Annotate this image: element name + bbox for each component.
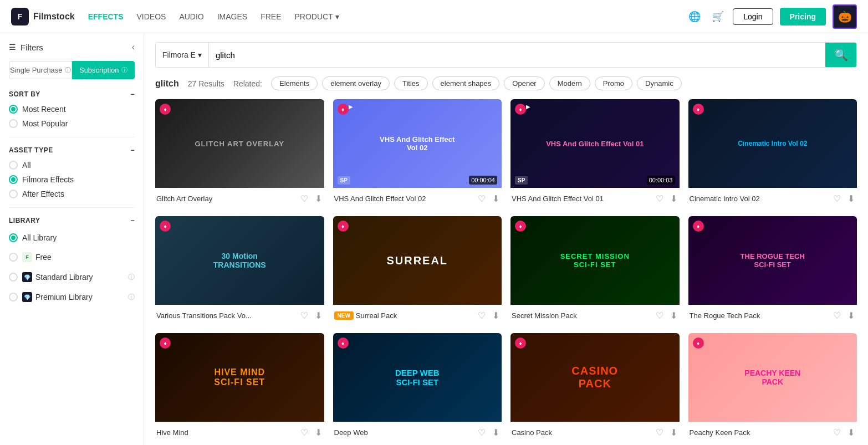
card-surreal[interactable]: SURREAL ♦ NEW Surreal Pack ♡ ⬇ [333, 216, 502, 324]
card-thumb: VHS And Glitch Effect Vol 02 ♦ ▶ SP 00:0… [333, 99, 502, 188]
card-peachy-keen[interactable]: PEACHY KEEN PACK ♦ Peachy Keen Pack ♡ ⬇ [688, 333, 857, 441]
download-button[interactable]: ⬇ [669, 192, 678, 205]
card-vhs-vol01[interactable]: VHS And Glitch Effect Vol 01 ♦ ▶ SP 00:0… [510, 99, 680, 207]
card-glitch-art-overlay[interactable]: GLITCH ART OVERLAY ♦ Glitch Art Overlay … [155, 99, 324, 207]
chevron-down-icon: ▾ [335, 12, 339, 21]
cart-button[interactable]: 🛒 [709, 8, 726, 25]
sort-popular[interactable]: Most Popular [9, 119, 135, 128]
card-deep-web[interactable]: DEEP WEB SCI-FI SET ♦ Deep Web ♡ ⬇ [333, 333, 502, 441]
card-rogue-tech[interactable]: THE ROGUE TECH SCI-FI SET ♦ The Rogue Te… [688, 216, 857, 324]
halloween-button[interactable]: 🎃 [833, 4, 857, 29]
like-button[interactable]: ♡ [655, 426, 665, 439]
card-transitions[interactable]: 30 Motion TRANSITIONS ♦ Various Transiti… [155, 216, 324, 324]
tab-subscription[interactable]: Subscription ⓘ [72, 61, 135, 79]
library-premium-radio[interactable] [9, 293, 18, 301]
card-vhs-vol02[interactable]: VHS And Glitch Effect Vol 02 ♦ ▶ SP 00:0… [333, 99, 502, 207]
asset-all-radio[interactable] [9, 161, 18, 170]
search-input[interactable] [209, 43, 825, 67]
tag-elements[interactable]: Elements [271, 76, 318, 90]
nav-videos[interactable]: VIDEOS [136, 12, 166, 21]
card-title: VHS And Glitch Effect Vol 01 [512, 195, 655, 203]
like-button[interactable]: ♡ [655, 192, 665, 205]
card-cinematic-intro[interactable]: Cinematic Intro Vol 02 ♦ Cinematic Intro… [688, 99, 857, 207]
card-title: Cinematic Intro Vol 02 [690, 195, 833, 203]
nav-images[interactable]: IMAGES [217, 12, 247, 21]
tab-single-purchase[interactable]: Single Purchase ⓘ [9, 61, 72, 79]
like-button[interactable]: ♡ [299, 426, 309, 439]
library-all-radio[interactable] [9, 233, 18, 242]
download-button[interactable]: ⬇ [314, 192, 323, 205]
tag-element-shapes[interactable]: element shapes [432, 76, 500, 90]
globe-button[interactable]: 🌐 [686, 8, 703, 25]
sort-recent[interactable]: Most Recent [9, 105, 135, 114]
library-standard[interactable]: 💎 Standard Library ⓘ [9, 270, 135, 284]
download-button[interactable]: ⬇ [846, 192, 856, 205]
tag-titles[interactable]: Titles [394, 76, 428, 90]
like-button[interactable]: ♡ [477, 426, 487, 439]
card-secret-mission[interactable]: SECRET MISSION SCI-FI SET ♦ Secret Missi… [510, 216, 680, 324]
asset-filmora[interactable]: Filmora Effects [9, 175, 135, 184]
premium-badge-icon: ♦ [693, 221, 704, 232]
nav-audio[interactable]: AUDIO [179, 12, 203, 21]
asset-filmora-radio[interactable] [9, 175, 18, 184]
library-premium[interactable]: 💎 Premium Library ⓘ [9, 290, 135, 304]
download-button[interactable]: ⬇ [491, 309, 501, 322]
library-options: All Library F Free 💎 Standard Library [9, 231, 135, 304]
thumb-content: THE ROGUE TECH SCI-FI SET [688, 216, 857, 305]
download-button[interactable]: ⬇ [314, 309, 323, 322]
download-button[interactable]: ⬇ [846, 309, 856, 322]
card-info: Secret Mission Pack ♡ ⬇ [510, 305, 680, 324]
library-free[interactable]: F Free [9, 250, 135, 264]
download-button[interactable]: ⬇ [491, 192, 501, 205]
download-button[interactable]: ⬇ [669, 309, 678, 322]
tag-opener[interactable]: Opener [504, 76, 544, 90]
like-button[interactable]: ♡ [832, 309, 842, 322]
nav-product[interactable]: PRODUCT ▾ [295, 12, 339, 21]
asset-aftereffects[interactable]: After Effects [9, 190, 135, 198]
brand-logo[interactable]: F Filmstock [11, 8, 75, 25]
download-button[interactable]: ⬇ [314, 426, 323, 439]
card-thumb: THE ROGUE TECH SCI-FI SET ♦ [688, 216, 857, 305]
download-button[interactable]: ⬇ [491, 426, 501, 439]
like-button[interactable]: ♡ [299, 309, 309, 322]
library-all[interactable]: All Library [9, 231, 135, 244]
like-button[interactable]: ♡ [299, 192, 309, 205]
tag-promo[interactable]: Promo [595, 76, 632, 90]
sidebar-collapse-button[interactable]: ‹ [132, 42, 135, 52]
thumb-content: GLITCH ART OVERLAY [155, 99, 324, 188]
library-free-radio[interactable] [9, 253, 18, 262]
card-title: Glitch Art Overlay [156, 195, 299, 203]
sort-by-collapse-icon: − [130, 90, 135, 98]
card-info: NEW Surreal Pack ♡ ⬇ [333, 305, 502, 324]
thumb-content: Cinematic Intro Vol 02 [688, 99, 857, 188]
download-button[interactable]: ⬇ [846, 426, 856, 439]
thumb-content: CASINO PACK [510, 333, 680, 422]
asset-aftereffects-radio[interactable] [9, 190, 18, 198]
like-button[interactable]: ♡ [477, 192, 487, 205]
like-button[interactable]: ♡ [477, 309, 487, 322]
like-button[interactable]: ♡ [832, 426, 842, 439]
sort-popular-radio[interactable] [9, 119, 18, 128]
nav-effects[interactable]: EFFECTS [88, 12, 124, 21]
standard-badge: 💎 [22, 272, 32, 282]
login-button[interactable]: Login [733, 8, 773, 25]
tag-dynamic[interactable]: Dynamic [637, 76, 682, 90]
standard-info-icon: ⓘ [128, 273, 135, 282]
like-button[interactable]: ♡ [655, 309, 665, 322]
thumb-content: HIVE MIND SCI-FI SET [155, 333, 324, 422]
library-standard-radio[interactable] [9, 273, 18, 282]
card-casino[interactable]: CASINO PACK ♦ Casino Pack ♡ ⬇ [510, 333, 680, 441]
purchase-tabs: Single Purchase ⓘ Subscription ⓘ [9, 61, 135, 79]
download-button[interactable]: ⬇ [669, 426, 678, 439]
pricing-button[interactable]: Pricing [780, 8, 826, 25]
premium-badge-icon: ♦ [160, 337, 171, 349]
nav-free[interactable]: FREE [261, 12, 281, 21]
asset-all[interactable]: All [9, 161, 135, 170]
tag-element-overlay[interactable]: element overlay [322, 76, 390, 90]
tag-modern[interactable]: Modern [549, 76, 590, 90]
platform-selector[interactable]: Filmora E ▾ [156, 43, 209, 67]
sort-recent-radio[interactable] [9, 105, 18, 114]
search-button[interactable]: 🔍 [825, 43, 856, 67]
like-button[interactable]: ♡ [832, 192, 842, 205]
card-hive-mind[interactable]: HIVE MIND SCI-FI SET ♦ Hive Mind ♡ ⬇ [155, 333, 324, 441]
